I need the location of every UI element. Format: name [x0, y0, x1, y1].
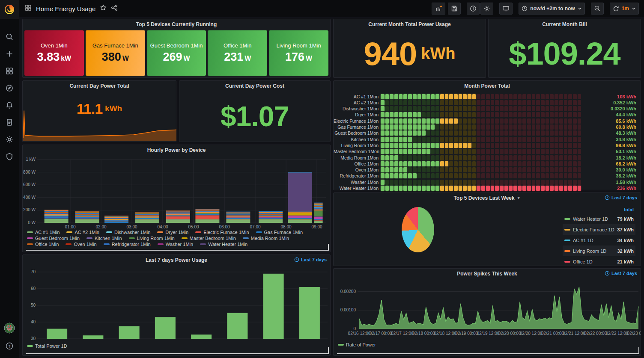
led-cell	[463, 94, 467, 99]
legend-item[interactable]: Office 1Min	[27, 242, 59, 247]
panel-title[interactable]: Current Month Total Power Usage	[334, 19, 486, 30]
pie-legend-row[interactable]: Water Heater 1D79 kWh	[563, 213, 635, 224]
docs-icon[interactable]	[3, 116, 15, 128]
info-button[interactable]	[467, 3, 480, 15]
panel-title[interactable]: Power Spikes This Week Last 7 days	[334, 269, 641, 279]
legend-item[interactable]: Living Room 1Min	[129, 236, 175, 241]
legend-item[interactable]: Electric Furnace 1Min	[195, 230, 249, 235]
avatar[interactable]	[3, 322, 15, 334]
alerting-icon[interactable]	[3, 99, 15, 111]
led-cell	[403, 180, 407, 185]
panel-title[interactable]: Month Power Total	[334, 81, 641, 91]
help-icon[interactable]: ?	[3, 340, 15, 352]
panel-title[interactable]: Top 5 Devices Last Week▼ Last 7 days	[334, 193, 641, 203]
led-cell	[573, 167, 577, 172]
time-link[interactable]: Last 7 days	[605, 195, 637, 200]
led-row: Master Bedroom 1Mon53.1 kWh	[334, 149, 641, 154]
legend-item[interactable]: AC #1 1Min	[27, 230, 60, 235]
refresh-button[interactable]: 1m	[610, 3, 639, 15]
legend-item[interactable]: Master Bedroom 1Min	[182, 236, 236, 241]
tile-value: 380W	[102, 50, 129, 64]
stat-tile[interactable]: Guest Bedroom 1Min269W	[147, 30, 206, 76]
led-cell	[399, 137, 403, 142]
plus-icon[interactable]	[3, 48, 15, 60]
legend-item[interactable]: Rate of Power	[338, 342, 376, 347]
dashboards-icon[interactable]	[3, 65, 15, 77]
led-row: Gas Furnance 1Mon60.8 kWh	[334, 124, 641, 130]
legend-item[interactable]: Total Power 1D	[27, 343, 67, 349]
legend-item[interactable]: Washer 1Min	[158, 242, 193, 247]
legend-item[interactable]: Water Heater 1Min	[200, 242, 247, 247]
panel-title[interactable]: Current Month Bill	[489, 19, 641, 30]
led-cell	[532, 161, 536, 166]
led-cell	[513, 94, 517, 99]
stat-tile[interactable]: Living Room 1Min176W	[269, 30, 328, 76]
legend-item[interactable]: Oven 1Min	[66, 242, 96, 247]
led-cell	[527, 149, 531, 154]
led-cell	[413, 94, 417, 99]
led-cell	[564, 173, 568, 178]
led-cell	[536, 161, 540, 166]
legend-item[interactable]: Gas Furnace 1Min	[256, 230, 303, 235]
panel-title[interactable]: Current Day Power Cost	[179, 81, 330, 91]
led-row-value: 85.6 kWh	[616, 118, 636, 124]
share-icon[interactable]	[111, 4, 118, 13]
led-cell	[468, 137, 471, 142]
led-cell	[568, 118, 572, 124]
add-panel-button[interactable]	[432, 3, 445, 15]
save-dashboard-button[interactable]	[448, 3, 461, 15]
stat-tile[interactable]: Office 1Min231W	[208, 30, 267, 76]
led-cell	[555, 186, 558, 191]
led-cell	[454, 118, 458, 124]
led-cell	[399, 100, 403, 105]
led-cell	[541, 137, 545, 142]
grafana-logo-icon[interactable]	[0, 0, 19, 19]
legend-item[interactable]: Refridgerator 1Min	[104, 242, 151, 247]
search-icon[interactable]	[3, 31, 15, 43]
led-cell	[394, 112, 398, 117]
legend-swatch	[27, 231, 33, 233]
pie-legend-row[interactable]: Electric Furnace 1D37 kWh	[563, 224, 635, 235]
pie-chart[interactable]	[402, 207, 434, 252]
led-cell	[422, 161, 426, 166]
pie-legend-row[interactable]: Office 1D21 kWh	[563, 256, 635, 267]
legend-item[interactable]: Media Room 1Min	[243, 236, 289, 241]
tile-label: Living Room 1Min	[277, 42, 321, 49]
led-cell	[445, 106, 449, 111]
panel-title[interactable]: Last 7 days Power Usage Last 7 days	[23, 255, 330, 265]
star-icon[interactable]	[100, 4, 107, 13]
admin-shield-icon[interactable]	[3, 151, 15, 163]
led-cell	[541, 106, 545, 111]
legend-item[interactable]: Dryer 1Min	[157, 230, 188, 235]
led-cells	[381, 155, 581, 160]
pie-legend-row[interactable]: Living Room 1D32 kWh	[563, 246, 635, 256]
legend-item[interactable]: Guest Bedroom 1Min	[27, 236, 80, 241]
led-cell	[495, 112, 499, 117]
dashboard-title[interactable]: Home Energy Usage	[36, 5, 95, 12]
dashboard-settings-button[interactable]	[480, 3, 493, 15]
panel-title[interactable]: Hourly Power by Device	[23, 145, 330, 155]
led-cell	[454, 167, 458, 172]
legend-item[interactable]: AC #2 1Min	[66, 230, 99, 235]
stat-tile[interactable]: Oven 1Min3.83kW	[24, 30, 84, 76]
stat-tile[interactable]: Gas Furnace 1Min380W	[86, 30, 145, 76]
zoom-out-time-button[interactable]	[591, 3, 604, 15]
configuration-icon[interactable]	[3, 133, 15, 145]
panel-title[interactable]: Top 5 Devices Currently Running	[23, 19, 330, 30]
led-cell	[385, 124, 389, 130]
panel-title[interactable]: Current Day Power Total	[23, 81, 176, 91]
legend-scrollbar[interactable]	[337, 347, 639, 354]
legend-item[interactable]: Kitchen 1Min	[86, 236, 122, 241]
dashboard-grid-icon[interactable]	[25, 4, 32, 13]
time-link[interactable]: Last 7 days	[294, 257, 327, 262]
led-cell	[468, 180, 471, 185]
explore-icon[interactable]	[3, 82, 15, 94]
time-range-picker[interactable]: now/d +2m to now	[519, 3, 584, 15]
led-cell	[481, 173, 485, 178]
refresh-interval-label[interactable]: 1m	[622, 6, 629, 12]
tv-mode-button[interactable]	[499, 3, 513, 15]
led-cell	[413, 130, 417, 136]
time-link[interactable]: Last 7 days	[605, 271, 637, 276]
legend-item[interactable]: Dishwasher 1Min	[106, 230, 150, 235]
pie-legend-row[interactable]: AC #1 1D34 kWh	[563, 235, 635, 246]
